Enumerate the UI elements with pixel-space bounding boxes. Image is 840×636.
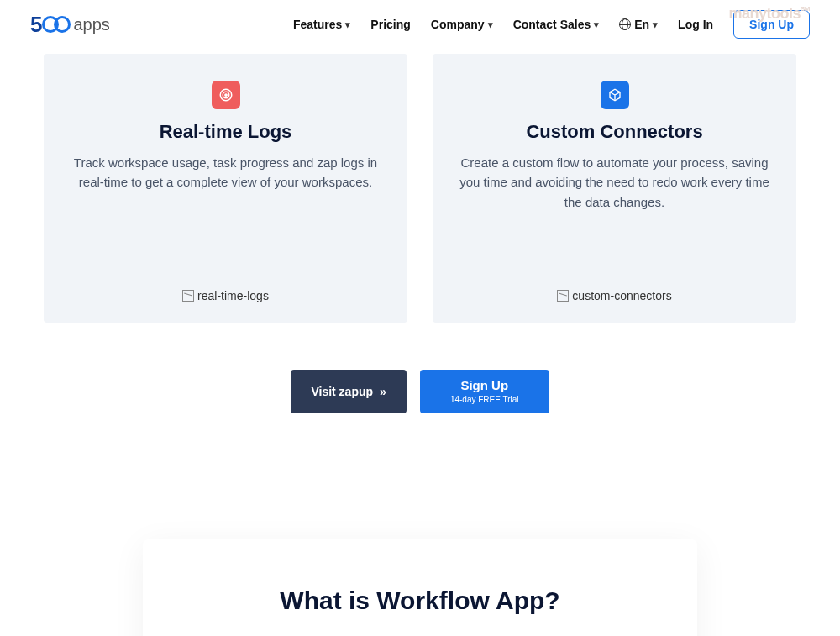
card-desc: Create a custom flow to automate your pr… — [453, 153, 776, 212]
nav-signup-button[interactable]: Sign Up — [733, 10, 810, 39]
nav-contact-sales[interactable]: Contact Sales ▾ — [513, 18, 600, 31]
language-label: En — [634, 18, 649, 31]
image-alt-text: real-time-logs — [197, 289, 269, 302]
card-title: Custom Connectors — [526, 121, 702, 143]
visit-zapup-button[interactable]: Visit zapup » — [291, 370, 406, 413]
chevron-down-icon: ▾ — [653, 19, 658, 30]
svg-point-2 — [224, 94, 226, 96]
section-title: What is Workflow App? — [193, 586, 647, 615]
card-real-time-logs: Real-time Logs Track workspace usage, ta… — [44, 54, 407, 323]
logo-rings-icon — [42, 16, 71, 33]
logo-prefix: 5 — [30, 12, 41, 38]
globe-icon — [619, 18, 631, 30]
what-is-workflow-section: What is Workflow App? Workflow app allow… — [143, 539, 697, 636]
card-image-placeholder: custom-connectors — [557, 255, 671, 302]
target-icon — [212, 81, 240, 109]
brand-logo[interactable]: 5 apps — [30, 12, 110, 38]
signup-cta-label: Sign Up — [460, 378, 508, 392]
card-title: Real-time Logs — [160, 121, 292, 143]
nav-company[interactable]: Company ▾ — [431, 18, 493, 31]
chevron-down-icon: ▾ — [488, 19, 493, 30]
top-nav: Features ▾ Pricing Company ▾ Contact Sal… — [293, 10, 810, 39]
signup-cta-button[interactable]: Sign Up 14-day FREE Trial — [420, 370, 549, 413]
visit-zapup-label: Visit zapup — [311, 385, 373, 398]
image-alt-text: custom-connectors — [572, 289, 671, 302]
signup-cta-sublabel: 14-day FREE Trial — [450, 395, 519, 405]
double-chevron-right-icon: » — [380, 385, 386, 398]
feature-cards: Real-time Logs Track workspace usage, ta… — [0, 54, 840, 323]
cta-row: Visit zapup » Sign Up 14-day FREE Trial — [0, 370, 840, 413]
nav-login[interactable]: Log In — [678, 18, 713, 31]
nav-company-label: Company — [431, 18, 485, 31]
card-custom-connectors: Custom Connectors Create a custom flow t… — [433, 54, 796, 323]
main-header: 5 apps Features ▾ Pricing Company ▾ Cont… — [0, 0, 840, 49]
chevron-down-icon: ▾ — [345, 19, 350, 30]
cube-icon — [601, 81, 629, 109]
card-image-placeholder: real-time-logs — [182, 255, 269, 302]
nav-features-label: Features — [293, 18, 342, 31]
nav-pricing[interactable]: Pricing — [370, 18, 410, 31]
logo-suffix: apps — [73, 15, 109, 34]
language-selector[interactable]: En ▾ — [619, 18, 658, 31]
card-desc: Track workspace usage, task progress and… — [64, 153, 387, 192]
chevron-down-icon: ▾ — [594, 19, 599, 30]
nav-features[interactable]: Features ▾ — [293, 18, 350, 31]
nav-contact-label: Contact Sales — [513, 18, 591, 31]
broken-image-icon — [182, 290, 194, 302]
broken-image-icon — [557, 290, 569, 302]
